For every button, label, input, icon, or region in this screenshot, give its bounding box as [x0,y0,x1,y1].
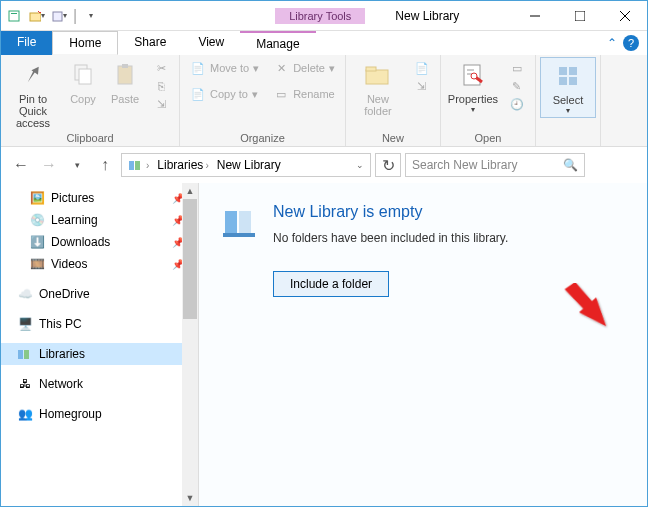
svg-rect-26 [223,233,255,237]
tab-manage[interactable]: Manage [240,31,315,55]
history-button: 🕘 [507,95,527,113]
sidebar-item-network[interactable]: 🖧Network [1,373,198,395]
breadcrumb-current[interactable]: New Library [217,158,281,172]
search-placeholder: Search New Library [412,158,517,172]
svg-marker-27 [562,283,609,326]
qat-customize-icon[interactable]: ▾ [83,6,99,26]
search-box[interactable]: Search New Library 🔍 [405,153,585,177]
svg-rect-23 [24,350,29,359]
scroll-down-icon: ▼ [182,490,198,506]
ribbon-tabs: File Home Share View Manage ⌃ ? [1,31,647,55]
select-button[interactable]: Select▾ [540,57,596,118]
tab-share[interactable]: Share [118,31,182,55]
maximize-button[interactable] [557,1,602,31]
back-button[interactable]: ← [9,153,33,177]
new-item-button: 📄 [412,59,432,77]
recent-dropdown[interactable]: ▾ [65,153,89,177]
contextual-tab-label: Library Tools [275,8,365,24]
tab-home[interactable]: Home [52,31,118,55]
svg-rect-1 [11,13,17,14]
sidebar-item-downloads[interactable]: ⬇️Downloads📌 [1,231,198,253]
new-folder-button: New folder [350,57,406,119]
search-icon: 🔍 [563,158,578,172]
svg-rect-5 [575,11,585,21]
svg-rect-0 [9,11,19,21]
svg-rect-9 [79,69,91,84]
libraries-icon [17,346,33,362]
refresh-button[interactable]: ↻ [375,153,401,177]
folder-icon: 💿 [29,212,45,228]
pin-to-quick-access-button[interactable]: Pin to Quick access [5,57,61,131]
tab-file[interactable]: File [1,31,52,55]
close-button[interactable] [602,1,647,31]
address-bar[interactable]: › Libraries› New Library ⌄ [121,153,371,177]
sidebar-item-thispc[interactable]: 🖥️This PC [1,313,198,335]
scroll-thumb [183,199,197,319]
easy-access-button: ⇲ [412,77,432,95]
svg-rect-10 [118,66,132,84]
window-title: New Library [395,9,459,23]
move-icon: 📄 [190,60,206,76]
forward-button[interactable]: → [37,153,61,177]
scroll-up-icon: ▲ [182,183,198,199]
help-icon[interactable]: ? [623,35,639,51]
copy-path-button: ⎘ [151,77,171,95]
group-clipboard-label: Clipboard [66,131,113,146]
content-pane: New Library is empty No folders have bee… [199,183,647,506]
cut-button: ✂ [151,59,171,77]
sidebar-scrollbar[interactable]: ▲ ▼ [182,183,198,506]
svg-rect-16 [559,67,567,75]
network-icon: 🖧 [17,376,33,392]
minimize-button[interactable] [512,1,557,31]
tab-view[interactable]: View [182,31,240,55]
svg-rect-11 [122,64,128,68]
rename-button: ▭Rename [271,85,337,103]
sidebar-item-pictures[interactable]: 🖼️Pictures📌 [1,187,198,209]
delete-button: ✕Delete ▾ [271,59,337,77]
svg-rect-19 [569,77,577,85]
collapse-ribbon-icon[interactable]: ⌃ [607,36,617,50]
move-to-button: 📄Move to ▾ [188,59,261,77]
sidebar-item-learning[interactable]: 💿Learning📌 [1,209,198,231]
edit-button: ✎ [507,77,527,95]
libraries-crumb-icon[interactable]: › [124,158,153,172]
breadcrumb-libraries[interactable]: Libraries [157,158,203,172]
include-folder-button[interactable]: Include a folder [273,271,389,297]
copy-icon [67,59,99,91]
sidebar-item-onedrive[interactable]: ☁️OneDrive [1,283,198,305]
svg-rect-18 [559,77,567,85]
qat-newfolder-icon[interactable]: ▾ [29,6,45,26]
svg-rect-2 [30,13,41,21]
scissors-icon: ✂ [153,60,169,76]
rename-icon: ▭ [273,86,289,102]
sidebar-item-libraries[interactable]: Libraries [1,343,198,365]
properties-button[interactable]: Properties▾ [445,57,501,116]
paste-button: Paste [105,57,145,107]
sidebar-item-videos[interactable]: 🎞️Videos📌 [1,253,198,275]
pictures-icon: 🖼️ [29,190,45,206]
svg-point-15 [471,73,477,79]
paste-shortcut-button: ⇲ [151,95,171,113]
sidebar-item-homegroup[interactable]: 👥Homegroup [1,403,198,425]
qat-undo-icon[interactable]: ▾ [51,6,67,26]
group-new-label: New [382,131,404,146]
new-folder-icon [362,59,394,91]
svg-rect-13 [366,67,376,71]
svg-rect-12 [366,70,388,84]
onedrive-icon: ☁️ [17,286,33,302]
copy-to-button: 📄Copy to ▾ [188,85,261,103]
titlebar: ▾ ▾ | ▾ Library Tools New Library [1,1,647,31]
svg-rect-22 [18,350,23,359]
homegroup-icon: 👥 [17,406,33,422]
qat-properties-icon[interactable] [7,6,23,26]
empty-title: New Library is empty [273,203,508,221]
svg-rect-21 [135,161,140,170]
up-button[interactable]: ↑ [93,153,117,177]
ribbon: Pin to Quick access Copy Paste ✂ ⎘ ⇲ Cli… [1,55,647,147]
address-dropdown-icon[interactable]: ⌄ [356,160,364,170]
copy-button: Copy [63,57,103,107]
svg-rect-20 [129,161,134,170]
videos-icon: 🎞️ [29,256,45,272]
downloads-icon: ⬇️ [29,234,45,250]
select-icon [552,60,584,92]
